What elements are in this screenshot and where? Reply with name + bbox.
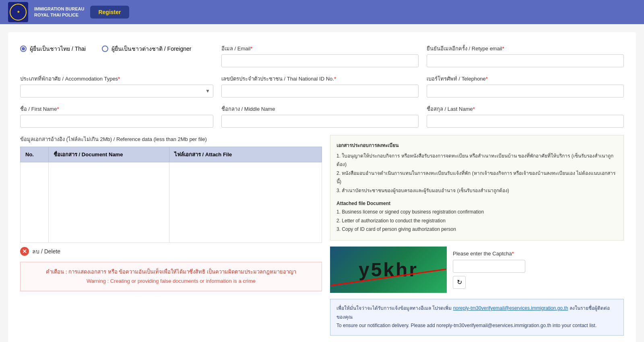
captcha-refresh-button[interactable]: ↻ [453,276,466,289]
lastname-group: ชื่อสกุล / Last Name* [427,105,624,128]
national-id-input[interactable] [221,85,419,97]
table-cell-no [21,162,49,243]
document-table: No. ชื่อเอกสาร / Document Name ไฟล์เอกสา… [20,147,322,243]
logo: ★ [8,2,28,22]
req-title: เอกสารประกอบการลงทะเบียน [336,141,617,150]
req-item-1: 1. ใบอนุญาตให้ประกอบกิจการ หรือหนังสือรั… [336,152,617,169]
req-item-2: 2. หนังสือมอบอำนาจดำเนินการแทนในการลงทะเ… [336,169,617,187]
accommodation-select[interactable] [20,85,213,97]
req-item-3: 3. สำเนาบัตรประชาชนของผู้รอบครองและผู้รั… [336,187,617,195]
telephone-group: เบอร์โทรศัพท์ / Telephone* [427,75,624,97]
bottom-section: ข้อมูลเอกสารอ้างอิง (ไฟล์ละไม่เกิน 2Mb) … [20,135,624,342]
captcha-area: y5khr Please enter the Captcha* ↻ [330,247,624,293]
main-content: ผู้ยื่นเป็นชาวไทย / Thai ผู้ยื่นเป็นชาวต… [8,32,636,342]
col-attach: ไฟล์เอกสาร / Attach File [169,147,322,162]
header-title-line1: IMMIGRATION BUREAU [34,6,84,12]
warning-eng-text: Warning : Creating or providing false do… [27,276,316,286]
header-title: IMMIGRATION BUREAU ROYAL THAI POLICE [34,6,84,19]
radio-thai-label: ผู้ยื่นเป็นชาวไทย / Thai [30,44,86,53]
header: ★ IMMIGRATION BUREAU ROYAL THAI POLICE R… [0,0,644,24]
firstname-label: ชื่อ / First Name* [20,105,213,113]
col-no: No. [21,147,49,162]
firstname-group: ชื่อ / First Name* [20,105,213,128]
table-cell-attach [169,162,322,243]
left-panel: ข้อมูลเอกสารอ้างอิง (ไฟล์ละไม่เกิน 2Mb) … [20,135,322,342]
captcha-right-panel: Please enter the Captcha* ↻ [453,251,525,289]
header-title-line2: ROYAL THAI POLICE [34,12,84,18]
delete-icon[interactable]: ✕ [20,247,29,256]
captcha-input[interactable] [453,260,525,273]
attached-item-3: 3. Copy of ID card of person giving auth… [336,225,617,234]
right-panel: เอกสารประกอบการลงทะเบียน 1. ใบอนุญาตให้ป… [330,135,624,342]
refresh-icon: ↻ [457,278,462,286]
attached-item-1: 1. Business license or signed copy busin… [336,208,617,217]
retype-email-group: ยืนยันอีเมลอีกครั้ง / Retype email* [427,44,624,67]
telephone-input[interactable] [427,85,624,97]
email-notif-eng: To ensure our notification delivery. Ple… [336,321,617,330]
table-cell-docname [49,162,169,243]
delete-label[interactable]: ลบ / Delete [32,247,60,256]
email-notification-box: เพื่อให้มั่นใจว่าจะได้รับการแจ้งข้อมูลทา… [330,299,624,336]
header-register-button[interactable]: Register [90,6,129,19]
attached-title: Attached file Document [336,199,617,208]
delete-area: ✕ ลบ / Delete [20,247,322,256]
email-group: อีเมล / Email* [221,44,419,67]
middlename-input[interactable] [221,115,419,128]
captcha-image: y5khr [330,247,447,293]
warning-thai-text: คำเตือน : การแสดงเอกสาร หรือ ข้อความอันเ… [27,267,316,276]
table-row [21,162,322,243]
email-input[interactable] [221,54,419,67]
radio-foreign-circle[interactable] [102,46,108,52]
retype-email-input[interactable] [427,54,624,67]
email-label: อีเมล / Email* [221,44,419,53]
middlename-label: ชื่อกลาง / Middle Name [221,105,419,113]
firstname-input[interactable] [20,115,213,128]
attached-item-2: 2. Letter of authorization to conduct th… [336,217,617,226]
radio-foreign-label: ผู้ยื่นเป็นชาวต่างชาติ / Foreigner [111,44,192,53]
radio-thai-option[interactable]: ผู้ยื่นเป็นชาวไทย / Thai [20,44,86,53]
lastname-input[interactable] [427,115,624,128]
requirements-box: เอกสารประกอบการลงทะเบียน 1. ใบอนุญาตให้ป… [330,135,624,240]
registration-type-group: ผู้ยื่นเป็นชาวไทย / Thai ผู้ยื่นเป็นชาวต… [20,44,213,53]
col-docname: ชื่อเอกสาร / Document Name [49,147,169,162]
lastname-label: ชื่อสกุล / Last Name* [427,105,624,113]
radio-thai-circle[interactable] [20,46,27,52]
logo-icon: ★ [17,10,20,14]
email-notif-thai: เพื่อให้มั่นใจว่าจะได้รับการแจ้งข้อมูลทา… [336,304,617,321]
email-notif-link[interactable]: noreply-tm30verifyemail@eservices.immigr… [453,305,568,311]
telephone-label: เบอร์โทรศัพท์ / Telephone* [427,75,624,83]
warning-box: คำเตือน : การแสดงเอกสาร หรือ ข้อความอันเ… [20,262,322,291]
accommodation-group: ประเภทที่พักอาศัย / Accommodation Types*… [20,75,213,97]
retype-email-label: ยืนยันอีเมลอีกครั้ง / Retype email* [427,44,624,53]
captcha-label: Please enter the Captcha* [453,251,514,257]
national-id-group: เลขบัตรประจำตัวประชาชน / Thai National I… [221,75,419,97]
accommodation-label: ประเภทที่พักอาศัย / Accommodation Types* [20,75,213,83]
national-id-label: เลขบัตรประจำตัวประชาชน / Thai National I… [221,75,419,83]
ref-data-label: ข้อมูลเอกสารอ้างอิง (ไฟล์ละไม่เกิน 2Mb) … [20,135,322,143]
radio-foreign-option[interactable]: ผู้ยื่นเป็นชาวต่างชาติ / Foreigner [102,44,192,53]
middlename-group: ชื่อกลาง / Middle Name [221,105,419,128]
